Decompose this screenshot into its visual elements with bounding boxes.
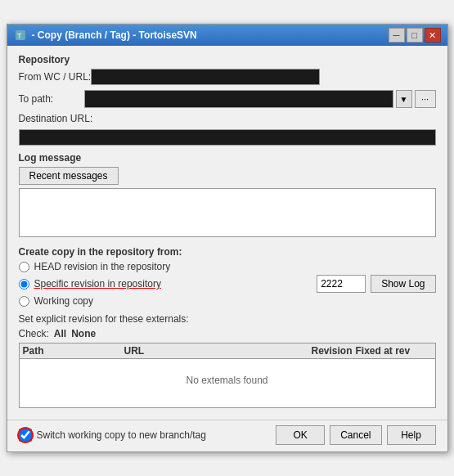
- destination-url-label: Destination URL:: [19, 113, 93, 124]
- switch-checkbox-row: Switch working copy to new branch/tag: [19, 429, 276, 442]
- app-icon: T: [14, 29, 27, 42]
- destination-url-row: Destination URL:: [19, 113, 436, 124]
- title-bar: T - Copy (Branch / Tag) - TortoiseSVN ─ …: [7, 25, 447, 46]
- switch-checkbox[interactable]: [19, 429, 32, 442]
- show-log-button[interactable]: Show Log: [371, 275, 435, 293]
- externals-table: Path URL Revision Fixed at rev No extema…: [19, 343, 436, 408]
- specific-revision-radio[interactable]: [19, 279, 29, 290]
- specific-revision-row: Specific revision in repository 2222 Sho…: [19, 275, 436, 293]
- col-fixed: Fixed at rev: [356, 345, 432, 357]
- col-path: Path: [23, 345, 124, 357]
- window-title: - Copy (Branch / Tag) - TortoiseSVN: [32, 29, 197, 41]
- maximize-button[interactable]: □: [407, 28, 423, 43]
- close-button[interactable]: ✕: [425, 28, 441, 43]
- ok-button[interactable]: OK: [276, 425, 325, 445]
- action-buttons: OK Cancel Help: [276, 425, 435, 445]
- check-row: Check: All None: [19, 328, 436, 339]
- title-bar-left: T - Copy (Branch / Tag) - TortoiseSVN: [14, 29, 197, 42]
- help-button[interactable]: Help: [387, 425, 436, 445]
- switch-checkbox-wrap: [19, 429, 32, 442]
- main-window: T - Copy (Branch / Tag) - TortoiseSVN ─ …: [7, 24, 448, 452]
- content-area: Repository From WC / URL: To path: ▼ ···…: [7, 46, 447, 415]
- table-empty-message: No extemals found: [20, 359, 435, 402]
- to-path-row: To path: ▼ ···: [19, 90, 436, 108]
- revision-input[interactable]: 2222: [317, 275, 366, 293]
- minimize-button[interactable]: ─: [389, 28, 405, 43]
- log-message-section: Log message Recent messages: [19, 152, 436, 240]
- working-copy-label: Working copy: [34, 295, 93, 307]
- title-buttons: ─ □ ✕: [389, 28, 441, 43]
- cancel-button[interactable]: Cancel: [330, 425, 381, 445]
- repository-section: Repository From WC / URL: To path: ▼ ···…: [19, 54, 436, 146]
- specific-revision-label: Specific revision in repository: [34, 278, 161, 290]
- working-copy-row: Working copy: [19, 295, 436, 307]
- bottom-bar: Switch working copy to new branch/tag OK…: [7, 420, 447, 451]
- table-header: Path URL Revision Fixed at rev: [20, 344, 435, 359]
- to-path-input[interactable]: [84, 90, 393, 108]
- to-path-browse[interactable]: ···: [415, 90, 436, 108]
- from-wc-row: From WC / URL:: [19, 69, 436, 85]
- copy-from-label: Create copy in the repository from:: [19, 246, 436, 258]
- to-path-dropdown[interactable]: ▼: [396, 90, 412, 108]
- working-copy-radio[interactable]: [19, 296, 29, 307]
- recent-messages-button[interactable]: Recent messages: [19, 167, 119, 185]
- from-wc-value: [91, 69, 320, 85]
- from-wc-label: From WC / URL:: [19, 71, 92, 83]
- repository-label: Repository: [19, 54, 436, 65]
- check-label: Check:: [19, 328, 49, 339]
- externals-label: Set explicit revision for these external…: [19, 313, 436, 325]
- head-revision-row: HEAD revision in the repository: [19, 261, 436, 272]
- destination-url-value: [19, 129, 436, 146]
- log-message-label: Log message: [19, 152, 436, 164]
- col-revision: Revision: [276, 345, 356, 357]
- copy-from-section: Create copy in the repository from: HEAD…: [19, 246, 436, 307]
- svg-text:T: T: [17, 32, 22, 40]
- all-link[interactable]: All: [54, 328, 66, 339]
- to-path-input-row: ▼ ···: [84, 90, 436, 108]
- externals-section: Set explicit revision for these external…: [19, 313, 436, 408]
- log-textarea[interactable]: [19, 188, 436, 237]
- switch-label: Switch working copy to new branch/tag: [37, 429, 206, 441]
- col-url: URL: [124, 345, 276, 357]
- head-revision-label: HEAD revision in the repository: [34, 261, 171, 272]
- none-link[interactable]: None: [71, 328, 96, 339]
- head-revision-radio[interactable]: [19, 262, 29, 272]
- to-path-label: To path:: [19, 93, 84, 105]
